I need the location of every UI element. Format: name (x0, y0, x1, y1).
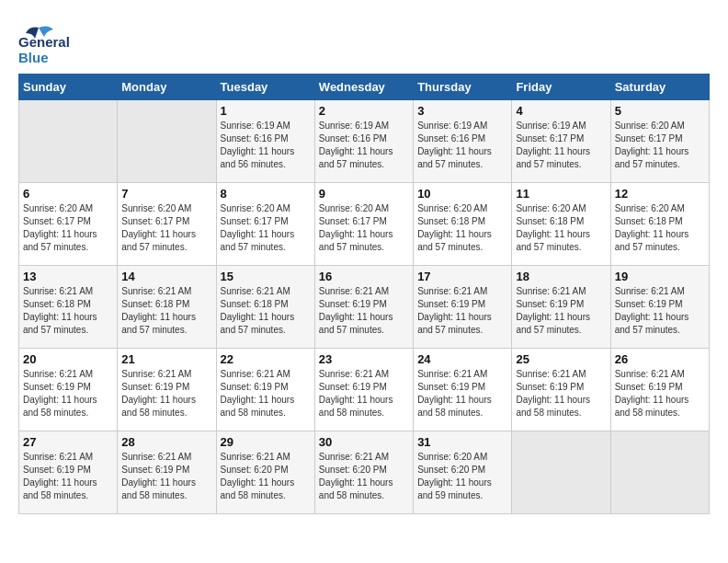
cell-info: Sunrise: 6:21 AMSunset: 6:20 PMDaylight:… (221, 451, 311, 502)
calendar-cell: 26Sunrise: 6:21 AMSunset: 6:19 PMDayligh… (610, 349, 709, 431)
calendar-cell: 29Sunrise: 6:21 AMSunset: 6:20 PMDayligh… (216, 431, 314, 514)
calendar-cell: 1Sunrise: 6:19 AMSunset: 6:16 PMDaylight… (216, 100, 314, 183)
calendar-cell: 18Sunrise: 6:21 AMSunset: 6:19 PMDayligh… (512, 266, 610, 349)
calendar-week-row: 1Sunrise: 6:19 AMSunset: 6:16 PMDaylight… (19, 100, 710, 183)
cell-info: Sunrise: 6:21 AMSunset: 6:19 PMDaylight:… (319, 368, 409, 419)
day-number: 19 (615, 270, 705, 283)
calendar-table: Sunday Monday Tuesday Wednesday Thursday… (18, 74, 710, 514)
logo-blue: Blue (18, 50, 49, 65)
day-number: 6 (23, 187, 113, 201)
calendar-cell (19, 100, 118, 183)
cell-info: Sunrise: 6:20 AMSunset: 6:17 PMDaylight:… (319, 202, 409, 254)
day-number: 31 (417, 435, 507, 449)
day-number: 30 (319, 435, 409, 449)
calendar-cell: 6Sunrise: 6:20 AMSunset: 6:17 PMDaylight… (19, 183, 118, 266)
calendar-cell: 13Sunrise: 6:21 AMSunset: 6:18 PMDayligh… (19, 266, 118, 349)
header-saturday: Saturday (610, 75, 709, 100)
weekday-header-row: Sunday Monday Tuesday Wednesday Thursday… (19, 75, 710, 100)
cell-info: Sunrise: 6:21 AMSunset: 6:18 PMDaylight:… (221, 285, 311, 337)
calendar-week-row: 13Sunrise: 6:21 AMSunset: 6:18 PMDayligh… (19, 266, 710, 349)
day-number: 21 (121, 352, 211, 366)
cell-info: Sunrise: 6:20 AMSunset: 6:17 PMDaylight:… (23, 202, 113, 254)
calendar-cell: 28Sunrise: 6:21 AMSunset: 6:19 PMDayligh… (118, 431, 216, 514)
calendar-cell: 11Sunrise: 6:20 AMSunset: 6:18 PMDayligh… (512, 183, 610, 266)
calendar-cell: 22Sunrise: 6:21 AMSunset: 6:19 PMDayligh… (216, 349, 314, 431)
cell-info: Sunrise: 6:19 AMSunset: 6:16 PMDaylight:… (221, 120, 311, 171)
cell-info: Sunrise: 6:21 AMSunset: 6:19 PMDaylight:… (121, 368, 211, 419)
cell-info: Sunrise: 6:21 AMSunset: 6:19 PMDaylight:… (516, 368, 606, 419)
calendar-cell: 27Sunrise: 6:21 AMSunset: 6:19 PMDayligh… (19, 431, 118, 514)
day-number: 4 (516, 104, 606, 118)
cell-info: Sunrise: 6:21 AMSunset: 6:19 PMDaylight:… (23, 368, 113, 419)
cell-info: Sunrise: 6:21 AMSunset: 6:19 PMDaylight:… (221, 368, 311, 419)
calendar-cell: 20Sunrise: 6:21 AMSunset: 6:19 PMDayligh… (19, 349, 118, 431)
cell-info: Sunrise: 6:20 AMSunset: 6:17 PMDaylight:… (615, 120, 705, 171)
calendar-cell (610, 431, 709, 514)
calendar-cell: 8Sunrise: 6:20 AMSunset: 6:17 PMDaylight… (216, 183, 314, 266)
cell-info: Sunrise: 6:19 AMSunset: 6:16 PMDaylight:… (417, 120, 507, 171)
cell-info: Sunrise: 6:19 AMSunset: 6:16 PMDaylight:… (319, 120, 409, 171)
calendar-cell: 15Sunrise: 6:21 AMSunset: 6:18 PMDayligh… (216, 266, 314, 349)
day-number: 15 (221, 270, 311, 283)
calendar-cell: 24Sunrise: 6:21 AMSunset: 6:19 PMDayligh… (414, 349, 512, 431)
header-tuesday: Tuesday (216, 75, 314, 100)
header-sunday: Sunday (19, 75, 118, 100)
day-number: 18 (516, 270, 606, 283)
calendar-cell: 31Sunrise: 6:20 AMSunset: 6:20 PMDayligh… (414, 431, 512, 514)
cell-info: Sunrise: 6:20 AMSunset: 6:18 PMDaylight:… (516, 202, 606, 254)
day-number: 25 (516, 352, 606, 366)
day-number: 1 (221, 104, 311, 118)
day-number: 9 (319, 187, 409, 201)
calendar-week-row: 20Sunrise: 6:21 AMSunset: 6:19 PMDayligh… (19, 349, 710, 431)
cell-info: Sunrise: 6:20 AMSunset: 6:17 PMDaylight:… (121, 202, 211, 254)
cell-info: Sunrise: 6:21 AMSunset: 6:19 PMDaylight:… (516, 285, 606, 337)
calendar-cell: 30Sunrise: 6:21 AMSunset: 6:20 PMDayligh… (314, 431, 413, 514)
calendar-cell: 5Sunrise: 6:20 AMSunset: 6:17 PMDaylight… (610, 100, 709, 183)
calendar-cell: 25Sunrise: 6:21 AMSunset: 6:19 PMDayligh… (512, 349, 610, 431)
calendar-cell (118, 100, 216, 183)
page-header: General Blue (18, 18, 710, 59)
day-number: 3 (417, 104, 507, 118)
cell-info: Sunrise: 6:20 AMSunset: 6:17 PMDaylight:… (221, 202, 311, 254)
cell-info: Sunrise: 6:20 AMSunset: 6:20 PMDaylight:… (417, 451, 507, 502)
calendar-week-row: 6Sunrise: 6:20 AMSunset: 6:17 PMDaylight… (19, 183, 710, 266)
calendar-cell: 14Sunrise: 6:21 AMSunset: 6:18 PMDayligh… (118, 266, 216, 349)
cell-info: Sunrise: 6:19 AMSunset: 6:17 PMDaylight:… (516, 120, 606, 171)
day-number: 20 (23, 352, 113, 366)
calendar-cell: 23Sunrise: 6:21 AMSunset: 6:19 PMDayligh… (314, 349, 413, 431)
calendar-cell: 7Sunrise: 6:20 AMSunset: 6:17 PMDaylight… (118, 183, 216, 266)
cell-info: Sunrise: 6:21 AMSunset: 6:20 PMDaylight:… (319, 451, 409, 502)
cell-info: Sunrise: 6:20 AMSunset: 6:18 PMDaylight:… (417, 202, 507, 254)
calendar-cell: 3Sunrise: 6:19 AMSunset: 6:16 PMDaylight… (414, 100, 512, 183)
day-number: 10 (417, 187, 507, 201)
day-number: 16 (319, 270, 409, 283)
calendar-cell (512, 431, 610, 514)
day-number: 23 (319, 352, 409, 366)
day-number: 24 (417, 352, 507, 366)
day-number: 17 (417, 270, 507, 283)
day-number: 27 (23, 435, 113, 449)
day-number: 29 (221, 435, 311, 449)
header-friday: Friday (512, 75, 610, 100)
calendar-cell: 4Sunrise: 6:19 AMSunset: 6:17 PMDaylight… (512, 100, 610, 183)
calendar-cell: 16Sunrise: 6:21 AMSunset: 6:19 PMDayligh… (314, 266, 413, 349)
day-number: 11 (516, 187, 606, 201)
day-number: 13 (23, 270, 113, 283)
cell-info: Sunrise: 6:21 AMSunset: 6:19 PMDaylight:… (121, 451, 211, 502)
day-number: 28 (121, 435, 211, 449)
cell-info: Sunrise: 6:21 AMSunset: 6:19 PMDaylight:… (615, 285, 705, 337)
day-number: 26 (615, 352, 705, 366)
day-number: 7 (121, 187, 211, 201)
cell-info: Sunrise: 6:21 AMSunset: 6:18 PMDaylight:… (121, 285, 211, 337)
day-number: 12 (615, 187, 705, 201)
calendar-cell: 10Sunrise: 6:20 AMSunset: 6:18 PMDayligh… (414, 183, 512, 266)
calendar-cell: 19Sunrise: 6:21 AMSunset: 6:19 PMDayligh… (610, 266, 709, 349)
logo-general: General (18, 34, 70, 50)
day-number: 5 (615, 104, 705, 118)
calendar-cell: 9Sunrise: 6:20 AMSunset: 6:17 PMDaylight… (314, 183, 413, 266)
cell-info: Sunrise: 6:21 AMSunset: 6:18 PMDaylight:… (23, 285, 113, 337)
header-monday: Monday (118, 75, 216, 100)
calendar-week-row: 27Sunrise: 6:21 AMSunset: 6:19 PMDayligh… (19, 431, 710, 514)
day-number: 14 (121, 270, 211, 283)
calendar-cell: 17Sunrise: 6:21 AMSunset: 6:19 PMDayligh… (414, 266, 512, 349)
